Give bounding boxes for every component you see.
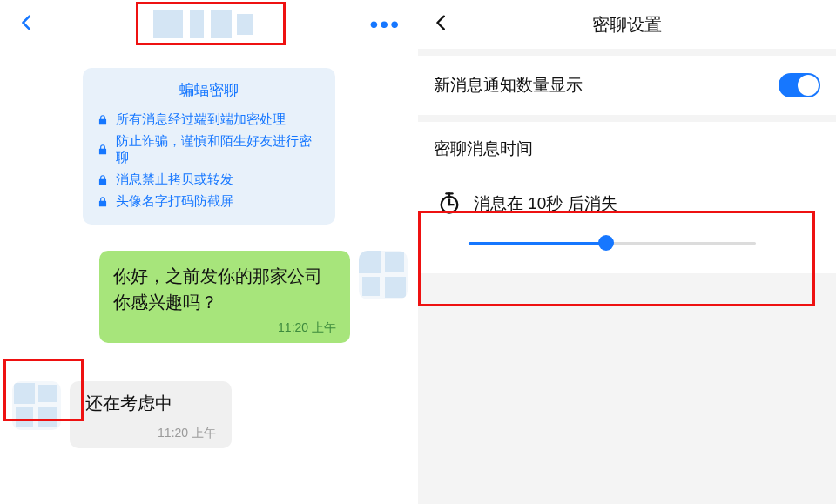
divider bbox=[418, 49, 836, 56]
slider-thumb[interactable] bbox=[598, 235, 614, 251]
message-text: 还在考虑中 bbox=[85, 392, 216, 415]
slider-fill bbox=[469, 242, 606, 245]
avatar-blurred[interactable] bbox=[359, 251, 408, 299]
lock-icon bbox=[97, 114, 109, 126]
message-bubble[interactable]: 你好，之前发你的那家公司你感兴趣吗？ 11:20 上午 bbox=[99, 251, 350, 343]
lock-icon bbox=[97, 144, 109, 156]
expire-row: 消息在 10秒 后消失 bbox=[418, 174, 836, 273]
info-item-text: 头像名字打码防截屏 bbox=[116, 193, 233, 210]
row-label: 新消息通知数量显示 bbox=[434, 74, 583, 97]
info-item-text: 消息禁止拷贝或转发 bbox=[116, 171, 233, 188]
message-incoming: 还在考虑中 11:20 上午 bbox=[0, 381, 418, 448]
lock-icon bbox=[97, 174, 109, 186]
back-icon[interactable] bbox=[17, 13, 37, 36]
timer-icon bbox=[437, 192, 462, 216]
settings-screen: 密聊设置 新消息通知数量显示 密聊消息时间 消息在 10秒 后消失 bbox=[418, 0, 836, 504]
expire-slider[interactable] bbox=[469, 235, 756, 251]
info-item-text: 所有消息经过端到端加密处理 bbox=[116, 111, 286, 128]
avatar-blurred[interactable] bbox=[12, 381, 61, 430]
info-item: 头像名字打码防截屏 bbox=[97, 191, 321, 212]
info-title: 蝙蝠密聊 bbox=[97, 80, 321, 100]
lock-icon bbox=[97, 196, 109, 208]
chat-screen: ••• 蝙蝠密聊 所有消息经过端到端加密处理 防止诈骗，谨慎和陌生好友进行密聊 … bbox=[0, 0, 418, 504]
chat-title-blurred bbox=[150, 7, 256, 42]
expire-text: 消息在 10秒 后消失 bbox=[474, 192, 617, 215]
message-outgoing: 你好，之前发你的那家公司你感兴趣吗？ 11:20 上午 bbox=[0, 251, 418, 343]
info-item: 防止诈骗，谨慎和陌生好友进行密聊 bbox=[97, 131, 321, 169]
notify-count-row[interactable]: 新消息通知数量显示 bbox=[418, 56, 836, 115]
row-label: 密聊消息时间 bbox=[434, 139, 533, 158]
time-section-header: 密聊消息时间 bbox=[418, 122, 836, 174]
message-text: 你好，之前发你的那家公司你感兴趣吗？ bbox=[113, 263, 336, 315]
encryption-info-card: 蝙蝠密聊 所有消息经过端到端加密处理 防止诈骗，谨慎和陌生好友进行密聊 消息禁止… bbox=[83, 68, 335, 225]
settings-title: 密聊设置 bbox=[418, 13, 836, 37]
info-item: 消息禁止拷贝或转发 bbox=[97, 169, 321, 191]
info-item-text: 防止诈骗，谨慎和陌生好友进行密聊 bbox=[116, 133, 321, 166]
info-item: 所有消息经过端到端加密处理 bbox=[97, 109, 321, 131]
chat-header: ••• bbox=[0, 0, 418, 49]
message-time: 11:20 上午 bbox=[113, 320, 336, 336]
switch-knob bbox=[798, 75, 819, 96]
message-time: 11:20 上午 bbox=[85, 426, 216, 441]
message-bubble[interactable]: 还在考虑中 11:20 上午 bbox=[70, 381, 232, 448]
toggle-switch[interactable] bbox=[779, 73, 820, 97]
more-icon[interactable]: ••• bbox=[370, 12, 401, 37]
settings-header: 密聊设置 bbox=[418, 0, 836, 49]
